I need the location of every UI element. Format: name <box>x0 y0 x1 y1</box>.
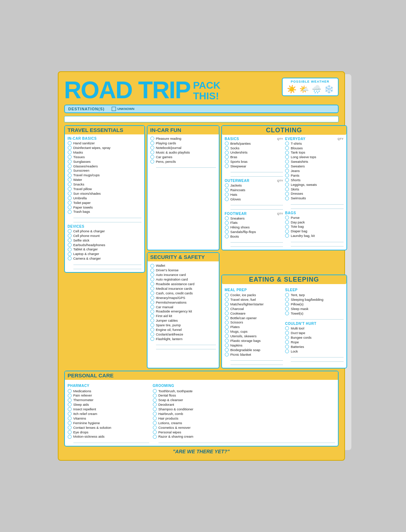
checkbox-circle[interactable] <box>153 389 157 393</box>
checkbox-circle[interactable] <box>285 340 289 344</box>
list-item[interactable]: Permits/reservations <box>150 300 216 304</box>
checkbox-circle[interactable] <box>225 234 229 238</box>
checkbox-circle[interactable] <box>68 412 72 416</box>
list-item[interactable]: Hand sanitizer <box>68 141 141 145</box>
checkbox-circle[interactable] <box>225 339 229 343</box>
checkbox-circle[interactable] <box>150 300 154 304</box>
list-item[interactable]: Blouses <box>285 146 344 150</box>
checkbox-circle[interactable] <box>68 155 72 159</box>
list-item[interactable]: Socks <box>225 146 283 150</box>
list-item[interactable]: Music & audio playlists <box>150 150 216 154</box>
checkbox-circle[interactable] <box>68 430 72 434</box>
checkbox-circle[interactable] <box>150 305 154 309</box>
checkbox-circle[interactable] <box>225 160 229 164</box>
list-item[interactable]: Camera & charger <box>68 256 141 260</box>
checkbox-circle[interactable] <box>285 173 289 177</box>
checkbox-circle[interactable] <box>153 412 157 416</box>
list-item[interactable]: Laundry bag, kit <box>285 234 344 238</box>
checkbox-circle[interactable] <box>285 302 289 306</box>
list-item[interactable]: Masks <box>68 150 141 154</box>
list-item[interactable]: Plates <box>225 325 283 329</box>
list-item[interactable]: Rope <box>285 340 344 344</box>
list-item[interactable]: Glasses/readers <box>68 164 141 168</box>
list-item[interactable]: Cash, coins, credit cards <box>150 291 216 295</box>
checkbox-circle[interactable] <box>150 141 154 145</box>
checkbox-circle[interactable] <box>285 234 289 238</box>
list-item[interactable]: Cooler, ice packs <box>225 293 283 297</box>
list-item[interactable]: Deodorant <box>153 403 335 406</box>
checkbox-circle[interactable] <box>153 407 157 411</box>
checkbox-circle[interactable] <box>68 234 72 238</box>
checkbox-circle[interactable] <box>68 192 72 195</box>
list-item[interactable]: Sandals/flip-flops <box>225 230 283 234</box>
list-item[interactable]: Flats <box>225 221 283 225</box>
list-item[interactable]: Picnic blanket <box>225 353 283 356</box>
list-item[interactable]: Shampoo & conditioner <box>153 407 335 411</box>
list-item[interactable]: Insect repellent <box>68 407 149 411</box>
list-item[interactable]: Shorts <box>285 178 344 182</box>
list-item[interactable]: Raincoats <box>225 188 283 192</box>
list-item[interactable]: Bungee cords <box>285 336 344 339</box>
list-item[interactable]: Travel stove, fuel <box>225 298 283 301</box>
checkbox-circle[interactable] <box>68 407 72 411</box>
checkbox-circle[interactable] <box>150 332 154 336</box>
checkbox-circle[interactable] <box>68 205 72 209</box>
checkbox-circle[interactable] <box>150 310 154 314</box>
checkbox-circle[interactable] <box>225 311 229 315</box>
list-item[interactable]: Laptop & charger <box>68 252 141 256</box>
list-item[interactable]: Travel mugs/cups <box>68 173 141 177</box>
list-item[interactable]: Hiking shoes <box>225 225 283 229</box>
checkbox-circle[interactable] <box>150 277 154 281</box>
checkbox-circle[interactable] <box>225 188 229 192</box>
checkbox-circle[interactable] <box>150 282 154 286</box>
list-item[interactable]: Sleep mask <box>285 307 344 311</box>
checkbox-circle[interactable] <box>150 264 154 268</box>
list-item[interactable]: Jackets <box>225 183 283 187</box>
checkbox-circle[interactable] <box>285 164 289 168</box>
checkbox-circle[interactable] <box>285 169 289 173</box>
destination-input[interactable] <box>64 116 339 122</box>
checkbox-circle[interactable] <box>285 336 289 339</box>
checkbox-circle[interactable] <box>150 146 154 150</box>
list-item[interactable]: Pillow(s) <box>285 302 344 306</box>
checkbox-circle[interactable] <box>225 146 229 150</box>
checkbox-circle[interactable] <box>68 229 72 233</box>
list-item[interactable]: Water <box>68 178 141 182</box>
checkbox-circle[interactable] <box>150 155 154 159</box>
checkbox-circle[interactable] <box>68 243 72 247</box>
checkbox-circle[interactable] <box>225 230 229 234</box>
list-item[interactable]: Napkins <box>225 343 283 347</box>
list-item[interactable]: Paper towels <box>68 205 141 209</box>
checkbox-circle[interactable] <box>285 151 289 155</box>
list-item[interactable]: Plastic storage bags <box>225 339 283 343</box>
list-item[interactable]: Sleepwear <box>225 164 283 168</box>
checkbox-circle[interactable] <box>153 403 157 406</box>
checkbox-circle[interactable] <box>153 435 157 439</box>
list-item[interactable]: Auto insurance card <box>150 273 216 277</box>
checkbox-circle[interactable] <box>225 307 229 311</box>
checkbox-circle[interactable] <box>285 183 289 187</box>
list-item[interactable]: Pain reliever <box>68 393 149 397</box>
list-item[interactable]: Sneakers <box>225 216 283 220</box>
list-item[interactable]: Pens, pencils <box>150 160 216 164</box>
checkbox-circle[interactable] <box>68 398 72 402</box>
list-item[interactable]: Spare tire, pump <box>150 323 216 327</box>
checkbox-circle[interactable] <box>153 416 157 420</box>
list-item[interactable]: Briefs/panties <box>225 142 283 145</box>
checkbox-circle[interactable] <box>225 155 229 159</box>
checkbox-circle[interactable] <box>285 155 289 159</box>
list-item[interactable]: Contact lenses & solution <box>68 426 149 430</box>
checkbox-circle[interactable] <box>150 296 154 300</box>
list-item[interactable]: Auto registration card <box>150 277 216 281</box>
checkbox-circle[interactable] <box>150 150 154 154</box>
list-item[interactable]: Hairbrush, comb <box>153 412 335 416</box>
list-item[interactable]: Pleasure reading <box>150 137 216 140</box>
checkbox-circle[interactable] <box>150 318 154 322</box>
checkbox-circle[interactable] <box>68 196 72 200</box>
checkbox-circle[interactable] <box>225 302 229 306</box>
list-item[interactable]: Cell phone & charger <box>68 229 141 233</box>
checkbox-circle[interactable] <box>285 178 289 182</box>
list-item[interactable]: Roadside assistance card <box>150 282 216 286</box>
checkbox-circle[interactable] <box>68 150 72 154</box>
checkbox-circle[interactable] <box>68 169 72 173</box>
